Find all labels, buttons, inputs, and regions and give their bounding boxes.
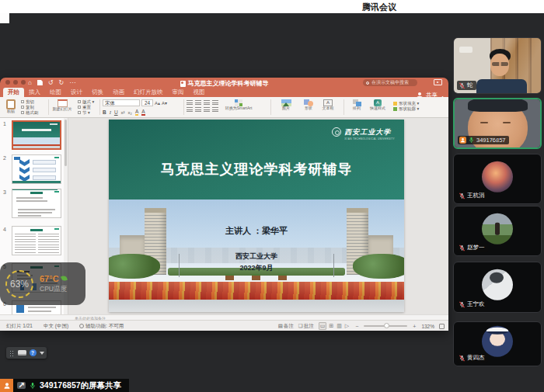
zoom-in-icon[interactable] xyxy=(412,324,417,329)
meeting-user-badge[interactable] xyxy=(0,379,13,392)
redo-icon[interactable] xyxy=(59,79,65,86)
italic-button[interactable]: I xyxy=(110,109,111,115)
indent-icon[interactable] xyxy=(204,107,210,112)
layout-button[interactable]: 版式 ▾ xyxy=(78,99,94,105)
superscript-icon[interactable]: x² xyxy=(121,110,125,115)
accessibility-status: 辅助功能: 不可用 xyxy=(79,323,124,330)
participant-tile[interactable]: 蛇 xyxy=(453,37,542,94)
underline-button[interactable]: U xyxy=(114,109,118,115)
participant-tile[interactable]: 王杭涓 xyxy=(453,154,542,204)
slide-thumbnail-2[interactable] xyxy=(12,154,61,184)
zoom-slider[interactable] xyxy=(364,325,407,327)
window-controls[interactable] xyxy=(5,80,26,85)
participant-tile[interactable]: 王宁欢 xyxy=(453,262,542,313)
audio-on-icon xyxy=(29,382,37,390)
reset-button[interactable]: 重置 xyxy=(78,105,94,110)
slide-canvas[interactable]: 西安工业大学 XI'AN TECHNOLOGICAL UNIVERSITY 马克… xyxy=(109,120,404,312)
slide-presenter-text[interactable]: 主讲人 ：梁华平 xyxy=(109,225,404,237)
tab-draw[interactable]: 绘图 xyxy=(45,88,66,97)
tab-review[interactable]: 审阅 xyxy=(168,88,189,97)
participant-tile[interactable]: 赵梦一 xyxy=(453,206,542,256)
slide-thumbnail-3[interactable] xyxy=(12,189,61,218)
tab-slideshow[interactable]: 幻灯片放映 xyxy=(129,88,168,97)
zoom-slider-knob[interactable] xyxy=(384,323,389,328)
more-icon[interactable] xyxy=(69,79,75,86)
participant-name: 黄四杰 xyxy=(467,354,485,362)
bold-button[interactable]: B xyxy=(103,109,106,115)
align-center-icon[interactable] xyxy=(195,100,201,105)
new-slide-button[interactable]: 新建幻灯片 xyxy=(51,99,73,112)
ribbon-tabs: 开始 插入 绘图 设计 切换 动画 幻灯片放映 审阅 视图 共享 xyxy=(0,88,448,97)
tab-view[interactable]: 视图 xyxy=(189,88,210,97)
picture-button[interactable]: 图片 xyxy=(277,99,295,111)
slide-header-band: 西安工业大学 XI'AN TECHNOLOGICAL UNIVERSITY 马克… xyxy=(109,120,404,199)
fit-to-window-icon[interactable] xyxy=(439,324,445,329)
cut-button[interactable]: 剪切 xyxy=(21,99,39,105)
arrange-button[interactable]: 排列 xyxy=(348,99,365,111)
slide-university-text[interactable]: 西安工业大学 xyxy=(109,252,404,262)
undo-icon[interactable] xyxy=(48,79,54,86)
zoom-level[interactable]: 132% xyxy=(421,324,434,329)
tab-home[interactable]: 开始 xyxy=(3,88,24,97)
accessibility-icon xyxy=(79,324,84,328)
section-button[interactable]: 节 ▾ xyxy=(78,110,94,116)
shape-fill-button[interactable]: 形状填充 ▾ xyxy=(393,101,419,106)
participant-label: 王杭涓 xyxy=(457,191,488,200)
help-button[interactable]: ? xyxy=(30,349,37,356)
font-size-select[interactable]: 24 xyxy=(141,99,153,106)
bullets-icon[interactable] xyxy=(187,107,193,112)
line-spacing-icon[interactable] xyxy=(212,107,218,112)
drag-handle-icon[interactable] xyxy=(9,350,15,356)
shape-outline-button[interactable]: 形状轮廓 ▾ xyxy=(393,106,419,112)
font-name-select[interactable]: 宋体 xyxy=(103,99,140,106)
slideshow-icon[interactable] xyxy=(344,323,350,329)
slide-sorter-icon[interactable] xyxy=(328,323,334,329)
notes-pane[interactable]: 单击此处添加备注 xyxy=(0,314,448,320)
font-color-button[interactable]: A xyxy=(141,109,145,116)
tab-design[interactable]: 设计 xyxy=(66,88,87,97)
search-input[interactable]: 在演示文稿中搜索 xyxy=(363,79,417,86)
smartart-button[interactable]: 转换为SmartArt xyxy=(224,99,253,111)
paste-button[interactable]: 粘贴 xyxy=(4,99,18,114)
shape-outline-icon xyxy=(393,107,397,111)
avatar xyxy=(482,213,513,244)
participant-name: 蛇 xyxy=(467,82,473,89)
slide-title[interactable]: 马克思主义理论学科考研辅导 xyxy=(109,160,404,179)
highlight-color-button[interactable]: A xyxy=(135,109,138,116)
normal-view-icon[interactable] xyxy=(319,322,327,330)
save-icon[interactable] xyxy=(37,80,43,85)
chevron-down-icon[interactable] xyxy=(40,352,44,355)
numbering-icon[interactable] xyxy=(195,107,201,112)
textbox-button[interactable]: A 文本框 xyxy=(319,99,337,111)
keyboard-icon[interactable] xyxy=(18,350,26,356)
language-indicator[interactable]: 中文 (中国) xyxy=(44,323,68,330)
shapes-button[interactable]: 形状 xyxy=(300,99,317,111)
tab-transitions[interactable]: 切换 xyxy=(87,88,108,97)
quick-styles-button[interactable]: A 快速样式 xyxy=(367,99,389,111)
participant-tile[interactable]: 黄四杰 xyxy=(453,321,542,366)
home-icon[interactable] xyxy=(28,79,32,86)
align-left-icon[interactable] xyxy=(187,100,193,105)
campus-photo: 主讲人 ：梁华平 西安工业大学 2022年9月 xyxy=(109,199,404,312)
subscript-icon[interactable]: x₂ xyxy=(128,110,132,115)
increase-font-icon[interactable]: A▴ xyxy=(155,100,160,106)
align-right-icon[interactable] xyxy=(204,100,210,105)
slide-date-text[interactable]: 2022年9月 xyxy=(109,263,404,273)
comments-toggle[interactable]: 批注 xyxy=(298,323,314,330)
presentation-icon[interactable] xyxy=(434,79,442,85)
format-painter-button[interactable]: 格式刷 xyxy=(21,110,39,116)
notes-toggle[interactable]: 备注 xyxy=(278,323,294,330)
reading-view-icon[interactable] xyxy=(336,323,343,329)
search-icon xyxy=(366,82,369,85)
decrease-font-icon[interactable]: A▾ xyxy=(162,100,167,106)
tab-insert[interactable]: 插入 xyxy=(24,88,45,97)
slide-thumbnail-1[interactable] xyxy=(12,120,61,150)
justify-icon[interactable] xyxy=(212,100,218,105)
tab-animations[interactable]: 动画 xyxy=(108,88,129,97)
picture-icon xyxy=(281,99,291,106)
copy-button[interactable]: 复制 xyxy=(21,105,39,110)
zoom-out-icon[interactable] xyxy=(354,324,359,329)
slide-thumbnail-4[interactable] xyxy=(12,226,61,255)
screen: 腾讯会议 马克思主义理论学科考研辅导 在演示文稿中搜索 开始 xyxy=(0,0,544,392)
participant-tile-active-speaker[interactable]: 349176857 xyxy=(453,98,542,149)
